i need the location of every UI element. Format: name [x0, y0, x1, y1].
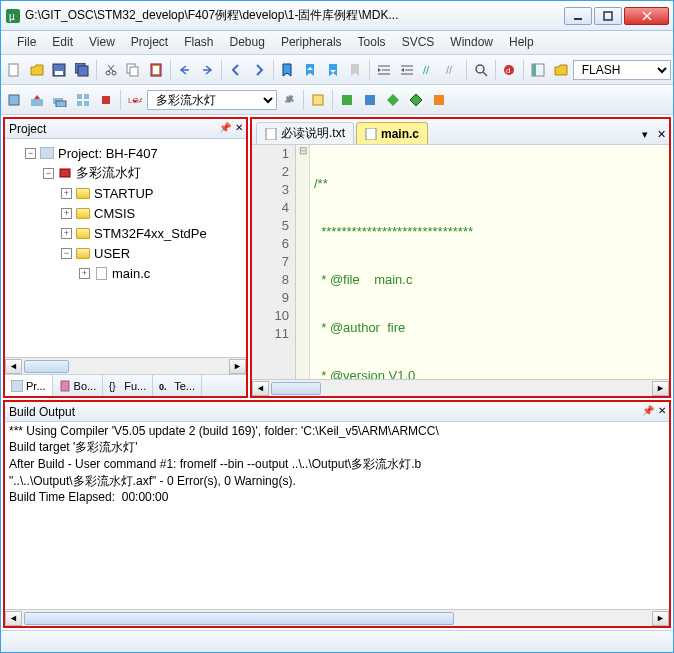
editor-tab-readme[interactable]: 必读说明.txt: [256, 122, 354, 144]
pin-icon[interactable]: 📌: [641, 405, 655, 419]
rebuild-icon[interactable]: [49, 89, 71, 111]
svg-rect-50: [61, 381, 69, 391]
find-icon[interactable]: [470, 59, 492, 81]
tree-file-main[interactable]: main.c: [112, 266, 150, 281]
close-panel-icon[interactable]: ✕: [232, 122, 246, 136]
tree-expand-icon[interactable]: +: [61, 228, 72, 239]
hscroll-right-icon[interactable]: ►: [652, 611, 669, 626]
menu-edit[interactable]: Edit: [44, 31, 81, 54]
redo-icon[interactable]: [196, 59, 218, 81]
tree-collapse-icon[interactable]: −: [61, 248, 72, 259]
comment-icon[interactable]: //: [419, 59, 441, 81]
minimize-button[interactable]: [564, 7, 592, 25]
hscroll-thumb[interactable]: [271, 382, 321, 395]
pin-icon[interactable]: 📌: [218, 122, 232, 136]
close-button[interactable]: [624, 7, 669, 25]
copy-icon[interactable]: [122, 59, 144, 81]
svg-text://: //: [446, 64, 453, 76]
config-icon[interactable]: [550, 59, 572, 81]
pack-blue-icon[interactable]: [359, 89, 381, 111]
translate-icon[interactable]: [3, 89, 25, 111]
undo-icon[interactable]: [174, 59, 196, 81]
manage-icon[interactable]: [307, 89, 329, 111]
tree-group-user[interactable]: USER: [94, 246, 130, 261]
books-tab[interactable]: Bo...: [53, 375, 104, 396]
build-hscroll[interactable]: ◄ ►: [5, 609, 669, 626]
functions-tab[interactable]: {}Fu...: [103, 375, 153, 396]
nav-back-icon[interactable]: [225, 59, 247, 81]
menu-svcs[interactable]: SVCS: [394, 31, 443, 54]
menu-help[interactable]: Help: [501, 31, 542, 54]
hscroll-left-icon[interactable]: ◄: [5, 611, 22, 626]
tree-root[interactable]: Project: BH-F407: [58, 146, 158, 161]
pack-green-icon[interactable]: [336, 89, 358, 111]
bookmark-next-icon[interactable]: [322, 59, 344, 81]
editor-hscroll[interactable]: ◄ ►: [252, 379, 669, 396]
menu-project[interactable]: Project: [123, 31, 176, 54]
tree-group-stdpe[interactable]: STM32F4xx_StdPe: [94, 226, 207, 241]
save-all-icon[interactable]: [71, 59, 93, 81]
bookmark-icon[interactable]: [277, 59, 299, 81]
menu-view[interactable]: View: [81, 31, 123, 54]
stop-build-icon[interactable]: [95, 89, 117, 111]
indent-icon[interactable]: [373, 59, 395, 81]
bookmark-clear-icon[interactable]: [345, 59, 367, 81]
templates-tab[interactable]: 0.Te...: [153, 375, 202, 396]
project-tab[interactable]: Pr...: [5, 375, 53, 396]
build-icon[interactable]: [26, 89, 48, 111]
cut-icon[interactable]: [100, 59, 122, 81]
project-tree[interactable]: −Project: BH-F407 −多彩流水灯 +STARTUP +CMSIS…: [5, 139, 246, 357]
hscroll-left-icon[interactable]: ◄: [5, 359, 22, 374]
pack-orange-icon[interactable]: [428, 89, 450, 111]
maximize-button[interactable]: [594, 7, 622, 25]
menu-debug[interactable]: Debug: [222, 31, 273, 54]
tab-dropdown-icon[interactable]: ▾: [637, 128, 653, 144]
uncomment-icon[interactable]: //: [441, 59, 463, 81]
pack-diamond2-icon[interactable]: [405, 89, 427, 111]
tab-close-icon[interactable]: ✕: [653, 128, 669, 144]
code-editor[interactable]: 1234567891011 ⊟ /** ********************…: [252, 145, 669, 379]
menu-tools[interactable]: Tools: [350, 31, 394, 54]
target-combo[interactable]: 多彩流水灯: [147, 90, 277, 110]
new-icon[interactable]: [3, 59, 25, 81]
bookmark-prev-icon[interactable]: [299, 59, 321, 81]
tree-collapse-icon[interactable]: −: [25, 148, 36, 159]
paste-icon[interactable]: [145, 59, 167, 81]
hscroll-thumb[interactable]: [24, 360, 69, 373]
fold-column[interactable]: ⊟: [296, 145, 310, 379]
menu-peripherals[interactable]: Peripherals: [273, 31, 350, 54]
tree-collapse-icon[interactable]: −: [43, 168, 54, 179]
flash-combo[interactable]: FLASH: [573, 60, 672, 80]
build-output-text[interactable]: *** Using Compiler 'V5.05 update 2 (buil…: [5, 422, 669, 609]
pack-diamond-icon[interactable]: [382, 89, 404, 111]
debug-icon[interactable]: d: [499, 59, 521, 81]
hscroll-left-icon[interactable]: ◄: [252, 381, 269, 396]
hscroll-thumb[interactable]: [24, 612, 454, 625]
tree-group-startup[interactable]: STARTUP: [94, 186, 153, 201]
hscroll-right-icon[interactable]: ►: [652, 381, 669, 396]
outdent-icon[interactable]: [396, 59, 418, 81]
workspace-icon: [39, 146, 55, 160]
project-hscroll[interactable]: ◄ ►: [5, 357, 246, 374]
tree-expand-icon[interactable]: +: [79, 268, 90, 279]
menu-file[interactable]: File: [9, 31, 44, 54]
tree-group-cmsis[interactable]: CMSIS: [94, 206, 135, 221]
hscroll-right-icon[interactable]: ►: [229, 359, 246, 374]
project-window-icon[interactable]: [527, 59, 549, 81]
code-lines[interactable]: /** ****************************** * @fi…: [310, 145, 669, 379]
menu-window[interactable]: Window: [442, 31, 501, 54]
svg-rect-3: [604, 12, 612, 20]
close-panel-icon[interactable]: ✕: [655, 405, 669, 419]
editor-tab-main[interactable]: main.c: [356, 122, 428, 144]
open-icon[interactable]: [26, 59, 48, 81]
tree-target[interactable]: 多彩流水灯: [76, 164, 141, 182]
tree-expand-icon[interactable]: +: [61, 208, 72, 219]
save-icon[interactable]: [48, 59, 70, 81]
menu-flash[interactable]: Flash: [176, 31, 221, 54]
tree-expand-icon[interactable]: +: [61, 188, 72, 199]
folder-icon: [75, 246, 91, 260]
batch-build-icon[interactable]: [72, 89, 94, 111]
nav-fwd-icon[interactable]: [248, 59, 270, 81]
target-options-icon[interactable]: [278, 89, 300, 111]
download-icon[interactable]: LOAD: [124, 89, 146, 111]
